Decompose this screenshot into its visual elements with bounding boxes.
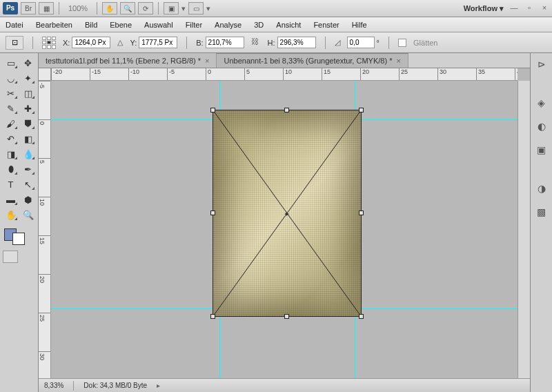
layers-icon[interactable]: ◈ — [535, 96, 549, 110]
menu-3d[interactable]: 3D — [254, 21, 264, 29]
toolbox: ▭ ✥ ◡ ✦ ✂ ◫ ✎ ✚ 🖌 ⛊ ↶ ◧ ◨ 💧 ⬮ ✒ T ↖ ▬ ⬢ … — [0, 53, 39, 392]
stamp-tool[interactable]: ⛊ — [20, 117, 36, 130]
crop-tool[interactable]: ✂ — [3, 86, 19, 100]
handle-b[interactable] — [284, 314, 289, 319]
expand-icon[interactable]: ⊳ — [535, 57, 549, 71]
glatten-checkbox[interactable] — [398, 39, 406, 47]
workspace-dropdown[interactable]: Workflow ▾ — [464, 4, 504, 13]
canvas-area: -20-15-10-50510152025303540 -50510152025… — [39, 68, 530, 392]
pen-tool[interactable]: ✒ — [20, 162, 36, 176]
arrange-button[interactable]: ▭ — [188, 2, 204, 14]
camera-icon[interactable]: ▩ — [535, 205, 549, 219]
tab-close-icon[interactable]: × — [205, 57, 209, 65]
status-doc[interactable]: Dok: 34,3 MB/0 Byte — [83, 382, 147, 389]
canvas[interactable]: ✦ — [51, 81, 518, 380]
handle-t[interactable] — [284, 108, 289, 112]
type-tool[interactable]: T — [3, 177, 19, 191]
x-input[interactable] — [72, 37, 110, 48]
rotate-button[interactable]: ⟳ — [138, 2, 153, 14]
restore-button[interactable]: ▫ — [524, 3, 534, 13]
quickmask-button[interactable] — [3, 251, 18, 263]
menu-ansicht[interactable]: Ansicht — [276, 21, 301, 29]
status-zoom[interactable]: 8,33% — [44, 382, 63, 389]
ruler-corner[interactable] — [39, 68, 51, 81]
scrollbar-v[interactable] — [518, 81, 530, 380]
minimize-button[interactable]: — — [509, 3, 519, 13]
transform-tool-icon[interactable]: ⊡ — [6, 36, 23, 50]
path-tool[interactable]: ↖ — [20, 177, 36, 191]
zoom-tool[interactable]: 🔍 — [20, 208, 36, 222]
close-button[interactable]: × — [540, 3, 549, 13]
menu-datei[interactable]: Datei — [6, 21, 23, 29]
channels-icon[interactable]: ◐ — [535, 119, 549, 133]
h-label: H: — [268, 39, 275, 47]
menu-filter[interactable]: Filter — [186, 21, 202, 29]
menu-bar: Datei Bearbeiten Bild Ebene Auswahl Filt… — [0, 17, 552, 32]
handle-tr[interactable] — [359, 108, 364, 112]
reference-point-grid[interactable] — [42, 37, 56, 49]
y-label: Y: — [130, 39, 137, 47]
w-input[interactable] — [206, 37, 244, 48]
ruler-vertical[interactable]: -5051015202530 — [39, 81, 51, 380]
tab-close-icon[interactable]: × — [396, 57, 400, 65]
link-icon[interactable]: ⛓ — [251, 37, 261, 48]
angle-icon: ◿ — [335, 38, 340, 47]
lasso-tool[interactable]: ◡ — [3, 71, 19, 85]
menu-bearbeiten[interactable]: Bearbeiten — [36, 21, 72, 29]
bridge-button[interactable]: Br — [21, 2, 36, 14]
dodge-tool[interactable]: ⬮ — [3, 162, 19, 176]
zoom-dropdown[interactable]: 100% — [64, 4, 92, 12]
heal-tool[interactable]: ✚ — [20, 101, 36, 115]
handle-bl[interactable] — [210, 314, 215, 319]
3d-tool[interactable]: ⬢ — [20, 193, 36, 206]
gradient-tool[interactable]: ◨ — [3, 147, 19, 161]
handle-tl[interactable] — [210, 108, 215, 112]
transform-box[interactable]: ✦ — [213, 110, 362, 317]
document-tabs: testtutoria1l.pdf bei 11,1% (Ebene 2, RG… — [39, 53, 530, 68]
handle-l[interactable] — [210, 210, 215, 215]
x-label: X: — [63, 39, 70, 47]
h-input[interactable] — [277, 37, 316, 48]
menu-analyse[interactable]: Analyse — [215, 21, 241, 29]
delta-icon[interactable]: △ — [117, 38, 123, 47]
brush-tool[interactable]: 🖌 — [3, 117, 19, 130]
wand-tool[interactable]: ✦ — [20, 71, 36, 85]
menu-fenster[interactable]: Fenster — [313, 21, 339, 29]
shape-tool[interactable]: ▬ — [3, 193, 19, 206]
y-input[interactable] — [139, 37, 177, 48]
menu-auswahl[interactable]: Auswahl — [144, 21, 173, 29]
slice-tool[interactable]: ◫ — [20, 86, 36, 100]
marquee-tool[interactable]: ▭ — [3, 56, 19, 70]
paths-icon[interactable]: ▣ — [535, 143, 549, 157]
history-brush-tool[interactable]: ↶ — [3, 132, 19, 146]
blur-tool[interactable]: 💧 — [20, 147, 36, 161]
zoom-button[interactable]: 🔍 — [120, 2, 135, 14]
angle-unit: ° — [377, 39, 379, 47]
tab-1[interactable]: Unbenannt-1 bei 8,33% (Grungetextur, CMY… — [217, 53, 408, 68]
adjust-icon[interactable]: ◑ — [535, 182, 549, 195]
status-bar: 8,33% Dok: 34,3 MB/0 Byte ▸ — [39, 378, 530, 392]
handle-br[interactable] — [359, 314, 364, 319]
transform-center-icon[interactable]: ✦ — [284, 210, 290, 217]
w-label: B: — [196, 39, 203, 47]
glatten-label: Glätten — [413, 39, 437, 47]
screen-mode-button[interactable]: ▣ — [164, 2, 179, 14]
angle-input[interactable] — [347, 37, 375, 48]
handle-r[interactable] — [359, 210, 364, 215]
film-button[interactable]: ▦ — [39, 2, 54, 14]
menu-bild[interactable]: Bild — [85, 21, 97, 29]
menu-ebene[interactable]: Ebene — [110, 21, 132, 29]
app-logo: Ps — [3, 2, 18, 14]
options-bar: ⊡ X: △ Y: B: ⛓ H: ◿ ° Glätten — [0, 32, 552, 53]
title-bar: Ps Br ▦ 100% ✋ 🔍 ⟳ ▣ ▾ ▭ ▾ Workflow ▾ — … — [0, 0, 552, 17]
color-swatches[interactable] — [3, 227, 36, 246]
move-tool[interactable]: ✥ — [20, 56, 36, 70]
menu-hilfe[interactable]: Hilfe — [352, 21, 367, 29]
ruler-horizontal[interactable]: -20-15-10-50510152025303540 — [51, 68, 518, 81]
hand-tool[interactable]: ✋ — [3, 208, 19, 222]
eyedropper-tool[interactable]: ✎ — [3, 101, 19, 115]
hand-button[interactable]: ✋ — [102, 2, 117, 14]
eraser-tool[interactable]: ◧ — [20, 132, 36, 146]
right-panels: ⊳ ◈ ◐ ▣ ◑ ▩ — [530, 53, 552, 392]
tab-0[interactable]: testtutoria1l.pdf bei 11,1% (Ebene 2, RG… — [39, 53, 217, 68]
